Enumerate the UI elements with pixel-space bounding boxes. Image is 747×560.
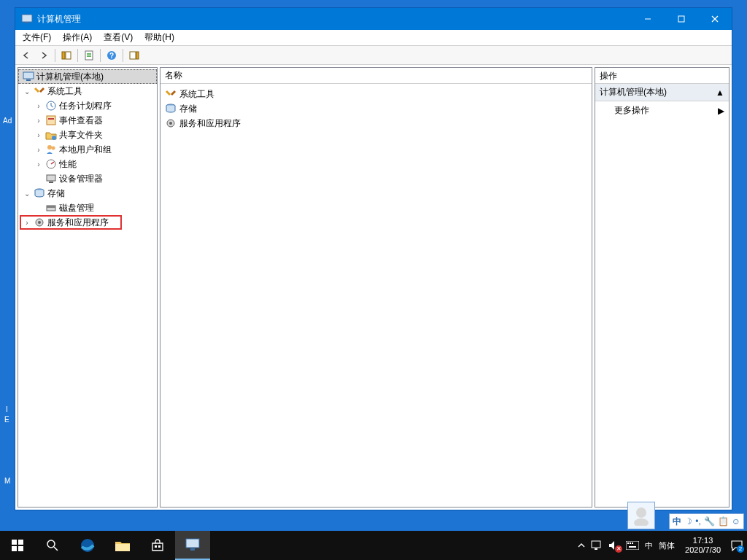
- tray-action-center-icon[interactable]: 2: [731, 540, 743, 551]
- svg-point-31: [169, 122, 172, 125]
- chevron-down-icon[interactable]: ⌄: [23, 189, 31, 198]
- forward-button[interactable]: [36, 47, 52, 63]
- tree-services-apps[interactable]: › 服务和应用程序: [18, 215, 157, 230]
- tree-event-viewer[interactable]: › 事件查看器: [18, 113, 157, 128]
- taskbar-store[interactable]: [140, 531, 175, 560]
- ime-avatar[interactable]: [627, 502, 655, 529]
- chevron-right-icon: ▶: [718, 106, 724, 116]
- taskbar-edge[interactable]: [70, 531, 105, 560]
- tree-shared-folders[interactable]: › 共享文件夹: [18, 128, 157, 142]
- chevron-down-icon[interactable]: ⌄: [23, 87, 31, 96]
- tray-clock[interactable]: 17:13 2020/7/30: [681, 536, 725, 555]
- tray-volume-icon[interactable]: ✕: [608, 540, 620, 551]
- search-button[interactable]: [35, 531, 70, 560]
- back-button[interactable]: [18, 47, 34, 63]
- tree-local-users[interactable]: › 本地用户和组: [18, 142, 157, 157]
- tree-device-manager[interactable]: 设备管理器: [18, 171, 157, 186]
- tree-performance[interactable]: › 性能: [18, 157, 157, 171]
- list-item-label: 系统工具: [179, 88, 214, 101]
- computer-icon: [23, 71, 34, 82]
- list-column-header-name[interactable]: 名称: [160, 68, 592, 84]
- svg-rect-47: [595, 548, 597, 550]
- tree-label: 性能: [59, 158, 80, 171]
- chevron-right-icon[interactable]: ›: [34, 131, 43, 139]
- tray-keyboard-icon[interactable]: [626, 541, 639, 550]
- list-item[interactable]: 存储: [162, 101, 590, 116]
- svg-rect-45: [190, 548, 195, 551]
- tree-label: 共享文件夹: [59, 129, 106, 141]
- tree-label: 设备管理器: [59, 173, 106, 185]
- tray-time: 17:13: [685, 536, 721, 545]
- ime-floating-bar[interactable]: 中 ☽ •, 🔧 📋 ☺: [669, 513, 744, 529]
- tree-storage[interactable]: ⌄ 存储: [18, 186, 157, 201]
- desktop-label: E: [4, 416, 9, 424]
- menu-action[interactable]: 操作(A): [57, 30, 98, 45]
- toolbar-separator: [77, 49, 78, 62]
- taskbar[interactable]: ✕ 中 简体 17:13 2020/7/30 2: [0, 531, 747, 560]
- tray-overflow-icon[interactable]: [578, 542, 585, 549]
- help-button[interactable]: ?: [104, 47, 120, 63]
- ime-emoji-icon[interactable]: ☺: [732, 516, 740, 526]
- tray-ime-lang[interactable]: 中: [645, 540, 653, 551]
- ime-settings-icon[interactable]: 🔧: [704, 516, 715, 526]
- desktop-label: I: [6, 405, 8, 413]
- chevron-right-icon[interactable]: ›: [23, 218, 31, 227]
- titlebar[interactable]: 计算机管理: [15, 8, 732, 30]
- taskbar-file-explorer[interactable]: [105, 531, 140, 560]
- action-pane-toggle-button[interactable]: [126, 47, 142, 63]
- properties-button[interactable]: [81, 47, 97, 63]
- tools-icon: [34, 85, 45, 97]
- tray-network-icon[interactable]: [591, 540, 603, 551]
- tree-system-tools[interactable]: ⌄ 系统工具: [18, 84, 157, 98]
- list-item[interactable]: 系统工具: [162, 87, 590, 101]
- ime-moon-icon[interactable]: ☽: [684, 516, 692, 526]
- menu-help[interactable]: 帮助(H): [139, 30, 180, 45]
- svg-rect-14: [26, 79, 31, 81]
- taskbar-computer-management[interactable]: [175, 531, 210, 560]
- svg-point-33: [634, 518, 649, 526]
- svg-rect-16: [47, 116, 55, 125]
- start-button[interactable]: [0, 531, 35, 560]
- maximize-button[interactable]: [665, 8, 698, 30]
- actions-more-actions[interactable]: 更多操作 ▶: [595, 101, 729, 120]
- svg-rect-3: [678, 16, 684, 22]
- tray-ime-mode[interactable]: 简体: [659, 540, 675, 551]
- collapse-icon[interactable]: ▲: [716, 88, 724, 98]
- svg-rect-11: [130, 52, 136, 59]
- svg-rect-48: [626, 541, 639, 550]
- disk-icon: [45, 202, 57, 214]
- desktop-label: Ad: [3, 117, 12, 125]
- svg-point-38: [47, 540, 55, 548]
- show-hide-tree-button[interactable]: [58, 47, 74, 63]
- event-icon: [45, 114, 57, 126]
- chevron-right-icon[interactable]: ›: [34, 145, 43, 154]
- device-icon: [45, 173, 57, 184]
- actions-pane-header: 操作: [595, 68, 729, 84]
- tree-label: 事件查看器: [59, 114, 106, 127]
- menu-view[interactable]: 查看(V): [98, 30, 139, 45]
- chevron-right-icon[interactable]: ›: [34, 160, 43, 168]
- tree-task-scheduler[interactable]: › 任务计划程序: [18, 98, 157, 113]
- ime-punct-icon[interactable]: •,: [695, 516, 701, 526]
- tree-pane[interactable]: 计算机管理(本地) ⌄ 系统工具 › 任务计划程序 › 事件查看器: [18, 67, 158, 508]
- svg-line-39: [54, 547, 58, 551]
- minimize-button[interactable]: [631, 8, 665, 30]
- ime-lang-indicator[interactable]: 中: [673, 516, 681, 528]
- menu-file[interactable]: 文件(F): [17, 30, 57, 45]
- list-pane[interactable]: 名称 系统工具 存储 服务和应用程序: [160, 67, 592, 508]
- svg-point-18: [52, 136, 56, 140]
- tree-root[interactable]: 计算机管理(本地): [18, 69, 157, 84]
- body-area: 计算机管理(本地) ⌄ 系统工具 › 任务计划程序 › 事件查看器: [15, 65, 732, 510]
- actions-section-title[interactable]: 计算机管理(本地) ▲: [595, 84, 729, 101]
- tree-disk-management[interactable]: 磁盘管理: [18, 201, 157, 215]
- chevron-right-icon[interactable]: ›: [34, 101, 43, 110]
- list-item[interactable]: 服务和应用程序: [162, 116, 590, 131]
- svg-point-20: [52, 147, 55, 150]
- svg-rect-43: [158, 545, 160, 548]
- chevron-right-icon[interactable]: ›: [34, 116, 43, 125]
- svg-rect-1: [25, 22, 29, 23]
- close-button[interactable]: [698, 8, 732, 30]
- storage-icon: [34, 187, 45, 199]
- toolbar-separator: [55, 49, 55, 62]
- ime-clipboard-icon[interactable]: 📋: [718, 516, 729, 526]
